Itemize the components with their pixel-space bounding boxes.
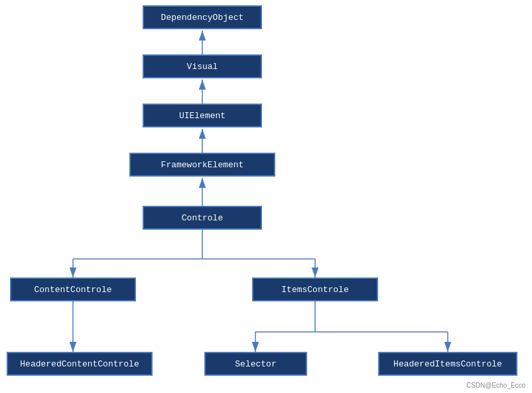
node-framework-element-label: FrameworkElement [161, 160, 244, 170]
node-items-controle-label: ItemsControle [281, 285, 348, 295]
node-content-controle-label: ContentControle [34, 285, 111, 295]
watermark: CSDN@Echo_Ecco [466, 382, 525, 389]
node-content-controle: ContentControle [10, 277, 136, 301]
node-visual: Visual [143, 54, 262, 78]
node-selector-label: Selector [235, 359, 276, 369]
node-headered-items-controle: HeaderedItemsControle [378, 352, 517, 376]
node-headered-items-controle-label: HeaderedItemsControle [393, 359, 502, 369]
node-framework-element: FrameworkElement [129, 153, 275, 177]
node-ui-element: UIElement [143, 104, 262, 127]
node-items-controle: ItemsControle [252, 277, 378, 301]
node-controle-label: Controle [182, 213, 223, 223]
node-ui-element-label: UIElement [179, 111, 226, 121]
node-headered-content-controle-label: HeaderedContentControle [20, 359, 139, 369]
node-selector: Selector [204, 352, 307, 376]
node-dependency-object-label: DependencyObject [161, 13, 244, 23]
node-dependency-object: DependencyObject [143, 5, 262, 29]
node-visual-label: Visual [187, 62, 218, 72]
arrows-svg [0, 0, 532, 393]
diagram-container: DependencyObject Visual UIElement Framew… [0, 0, 532, 393]
node-controle: Controle [143, 206, 262, 230]
node-headered-content-controle: HeaderedContentControle [7, 352, 153, 376]
